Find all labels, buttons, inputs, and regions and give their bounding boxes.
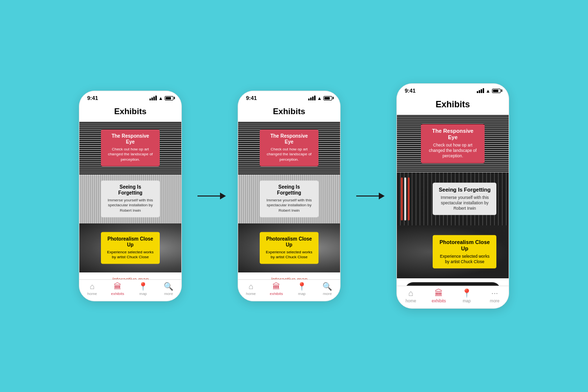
tab-home-2[interactable]: ⌂ home	[241, 283, 261, 296]
interactive-map-link-1[interactable]: interactive map	[79, 272, 181, 279]
tab-exhibits-1[interactable]: 🏛 exhibits	[108, 283, 127, 296]
tab-home-label-2: home	[246, 292, 256, 296]
card-title-1: The Responsive Eye	[107, 133, 154, 145]
tab-exhibits-label-1: exhibits	[111, 292, 124, 296]
tab-map-3[interactable]: 📍 map	[457, 289, 477, 303]
exhibits-icon-3: 🏛	[435, 289, 443, 297]
tab-more-label-3: more	[490, 298, 499, 303]
tab-home-1[interactable]: ⌂ home	[82, 283, 102, 296]
card-text-white-3: Seeing Is Forgetting Immerse yourself wi…	[433, 183, 496, 215]
card-title-p2-3: Photorealism Close Up	[266, 236, 313, 248]
card-text-pink-2: The Responsive Eye Check out how op art …	[260, 129, 318, 166]
tab-exhibits-3[interactable]: 🏛 exhibits	[429, 289, 449, 303]
home-icon-2: ⌂	[248, 283, 253, 291]
home-icon-1: ⌂	[90, 283, 95, 291]
tab-exhibits-2[interactable]: 🏛 exhibits	[267, 283, 286, 296]
tab-more-3[interactable]: ··· more	[485, 289, 505, 303]
battery-icon-2	[323, 96, 332, 100]
card-title-p3-1: The Responsive Eye	[427, 128, 479, 141]
phone-2: 9:41 ▲ Exhibits	[238, 91, 341, 301]
card-text-pink-1: The Responsive Eye Check out how op art …	[101, 129, 160, 166]
scene: 9:41 ▲ Exhibits	[0, 0, 588, 392]
card-title-p3-3: Photorealism Close Up	[439, 239, 490, 252]
card-desc-3: Experience selected works by artist Chuc…	[107, 250, 154, 260]
card-title-2: Seeing Is Forgetting	[107, 184, 154, 196]
arrow-line-2	[356, 196, 381, 196]
tab-bar-2: ⌂ home 🏛 exhibits 📍 map 🔍 more	[238, 279, 340, 301]
card-title-p3-2: Seeing Is Forgetting	[439, 187, 490, 193]
page-title-2: Exhibits	[238, 103, 340, 122]
time-1: 9:41	[87, 95, 98, 101]
card-seeing-1[interactable]: Seeing Is Forgetting Immerse yourself wi…	[79, 174, 181, 223]
status-bar-2: 9:41 ▲	[238, 91, 340, 103]
page-title-3: Exhibits	[397, 96, 509, 115]
tab-map-label-3: map	[463, 298, 471, 303]
card-seeing-2[interactable]: Seeing Is Forgetting Immerse yourself wi…	[238, 174, 340, 223]
more-icon-3: ···	[491, 289, 498, 297]
card-text-white-2: Seeing Is Forgetting Immerse yourself wi…	[260, 180, 318, 217]
tab-bar-1: ⌂ home 🏛 exhibits 📍 map 🔍 more	[79, 279, 181, 301]
interactive-map-link-2[interactable]: interactive map	[238, 272, 340, 279]
status-bar-3: 9:41 ▲	[397, 84, 509, 96]
status-icons-3: ▲	[477, 88, 501, 94]
card-text-yellow-2: Photorealism Close Up Experience selecte…	[260, 232, 318, 264]
card-title-p2-1: The Responsive Eye	[266, 133, 313, 145]
home-icon-3: ⌂	[408, 289, 413, 297]
tab-home-label-3: home	[406, 298, 416, 303]
card-desc-p2-2: Immerse yourself with this spectacular i…	[266, 198, 313, 213]
wifi-icon-3: ▲	[486, 88, 490, 94]
phone-3: 9:41 ▲ Exhibits	[396, 83, 509, 309]
phone-content-2: The Responsive Eye Check out how op art …	[238, 122, 340, 279]
more-icon-2: 🔍	[322, 283, 332, 291]
tab-map-2[interactable]: 📍 map	[292, 283, 312, 296]
card-photo-1[interactable]: Photorealism Close Up Experience selecte…	[79, 223, 181, 272]
tab-more-1[interactable]: 🔍 more	[159, 283, 178, 296]
phone-content-1: The Responsive Eye Check out how op art …	[79, 122, 181, 279]
tab-map-label-2: map	[298, 292, 306, 296]
tab-map-label-1: map	[139, 292, 147, 296]
phone-1: 9:41 ▲ Exhibits	[79, 91, 182, 301]
tab-bar-3: ⌂ home 🏛 exhibits 📍 map ··· more	[397, 286, 509, 308]
tab-more-label-2: more	[323, 292, 332, 296]
time-3: 9:41	[405, 88, 416, 94]
map-icon-1: 📍	[138, 283, 148, 291]
color-bars	[401, 177, 410, 220]
map-icon-2: 📍	[297, 283, 307, 291]
exhibits-icon-1: 🏛	[114, 283, 122, 291]
time-2: 9:41	[246, 95, 257, 101]
tab-more-2[interactable]: 🔍 more	[318, 283, 337, 296]
card-title-p2-2: Seeing Is Forgetting	[266, 184, 313, 196]
arrow-line-1	[197, 196, 222, 196]
card-text-white-1: Seeing Is Forgetting Immerse yourself wi…	[101, 180, 160, 217]
card-desc-1: Check out how op art changed the landsca…	[107, 147, 154, 162]
phone-content-3: The Responsive Eye Check out how op art …	[397, 115, 509, 286]
battery-icon-3	[492, 89, 501, 93]
interactive-map-btn-3[interactable]: interactive map	[405, 282, 501, 286]
exhibits-icon-2: 🏛	[272, 283, 280, 291]
signal-icon-3	[477, 88, 484, 93]
card-seeing-3[interactable]: Seeing Is Forgetting Immerse yourself wi…	[397, 172, 509, 225]
tab-more-label-1: more	[164, 292, 173, 296]
tab-map-1[interactable]: 📍 map	[133, 283, 153, 296]
card-desc-p3-3: Experience selected works by artist Chuc…	[439, 254, 490, 265]
card-text-yellow-1: Photorealism Close Up Experience selecte…	[101, 232, 160, 264]
card-responsive-eye-3[interactable]: The Responsive Eye Check out how op art …	[397, 115, 509, 172]
status-icons-1: ▲	[149, 96, 173, 101]
card-photo-2[interactable]: Photorealism Close Up Experience selecte…	[238, 223, 340, 272]
tab-exhibits-label-2: exhibits	[270, 292, 283, 296]
signal-icon-2	[308, 96, 316, 100]
card-desc-p3-2: Immerse yourself with this spectacular i…	[439, 195, 490, 211]
card-responsive-eye-1[interactable]: The Responsive Eye Check out how op art …	[79, 122, 181, 174]
status-bar-1: 9:41 ▲	[79, 91, 181, 103]
wifi-icon-2: ▲	[317, 96, 322, 101]
card-desc-p3-1: Check out how op art changed the landsca…	[427, 143, 479, 159]
tab-home-label-1: home	[87, 292, 97, 296]
tab-exhibits-label-3: exhibits	[432, 298, 446, 303]
card-responsive-eye-2[interactable]: The Responsive Eye Check out how op art …	[238, 122, 340, 174]
arrow-2	[356, 196, 381, 196]
page-title-1: Exhibits	[79, 103, 181, 122]
card-photo-3[interactable]: Photorealism Close Up Experience selecte…	[397, 225, 509, 278]
card-desc-p2-3: Experience selected works by artist Chuc…	[266, 250, 313, 260]
wifi-icon: ▲	[158, 96, 163, 101]
tab-home-3[interactable]: ⌂ home	[401, 289, 421, 303]
